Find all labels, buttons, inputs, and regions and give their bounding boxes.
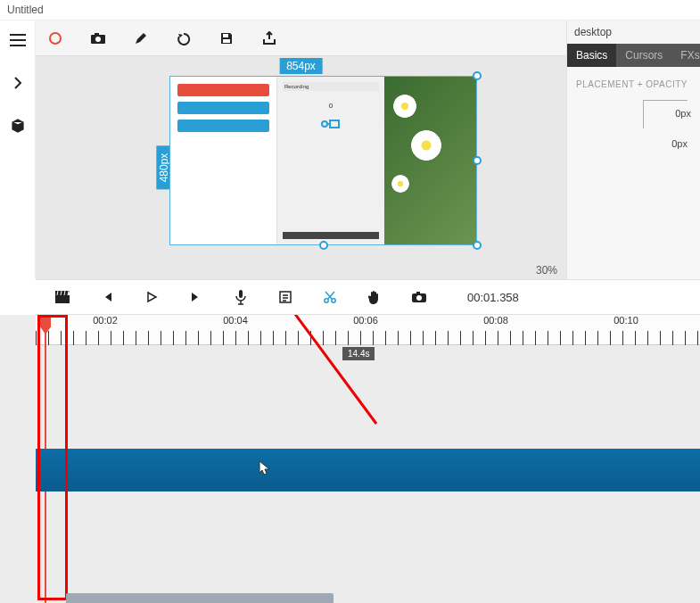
snapshot-icon[interactable] (407, 285, 432, 310)
resize-handle-bm[interactable] (319, 241, 328, 250)
svg-rect-9 (239, 290, 243, 298)
ruler-label: 00:06 (353, 315, 378, 326)
ruler-label: 00:10 (614, 315, 638, 326)
left-sidebar (0, 21, 36, 279)
camera-icon[interactable] (86, 26, 111, 51)
ruler-label: 00:04 (223, 315, 248, 326)
section-placement-label: PLACEMENT + OPACITY (567, 67, 700, 95)
record-icon[interactable] (43, 26, 68, 51)
preview-video-thumb (384, 77, 476, 244)
play-icon[interactable] (139, 285, 164, 310)
canvas-column: 854px 480px Recording 0 (36, 21, 566, 279)
tab-fxs[interactable]: FXs (671, 44, 700, 67)
resize-handle-tr[interactable] (473, 71, 482, 80)
placement-y: 0px (671, 138, 688, 149)
profile-selector[interactable]: desktop (567, 21, 700, 44)
timeline-ruler[interactable]: 00:02 00:04 00:06 00:08 00:10 (36, 315, 700, 345)
svg-point-2 (95, 37, 101, 42)
props-tabs: Basics Cursors FXs (567, 44, 700, 67)
cut-icon[interactable] (317, 285, 342, 310)
expand-icon[interactable] (5, 70, 30, 95)
microphone-icon[interactable] (228, 285, 253, 310)
save-icon[interactable] (214, 26, 239, 51)
window-title: Untitled (7, 4, 44, 16)
notes-icon[interactable] (273, 285, 298, 310)
svg-rect-3 (95, 33, 99, 36)
preview-dialog-right: Recording 0 (277, 77, 384, 244)
placement-control[interactable]: 0px 0px (580, 100, 688, 149)
canvas-area[interactable]: 854px 480px Recording 0 (36, 56, 566, 279)
resize-handle-br[interactable] (473, 241, 482, 250)
zoom-label[interactable]: 30% (527, 261, 566, 279)
top-toolbar (36, 21, 566, 56)
upper-area: 854px 480px Recording 0 (0, 21, 700, 279)
playback-bar: 00:01.358 (36, 279, 700, 315)
rec-bottom-bar (283, 232, 379, 239)
next-frame-icon[interactable] (184, 285, 209, 310)
timecode: 00:01.358 (467, 291, 519, 304)
resize-handle-mr[interactable] (473, 156, 482, 165)
mini-blue-button-1 (177, 102, 269, 114)
svg-rect-4 (223, 34, 228, 37)
cube-icon[interactable] (5, 113, 30, 138)
rec-crop-icon (321, 117, 341, 131)
width-badge: 854px (279, 58, 323, 74)
ruler-label: 00:02 (93, 315, 118, 326)
rec-header: Recording (283, 82, 379, 91)
svg-point-0 (50, 33, 61, 44)
pencil-icon[interactable] (128, 26, 153, 51)
prev-frame-icon[interactable] (95, 285, 119, 310)
right-panel: desktop Basics Cursors FXs PLACEMENT + O… (566, 21, 700, 279)
svg-rect-5 (223, 39, 230, 43)
timeline[interactable]: 00:02 00:04 00:06 00:08 00:10 14.4s (0, 315, 700, 603)
svg-rect-8 (55, 295, 70, 303)
mini-red-button (177, 84, 269, 96)
svg-rect-15 (416, 292, 420, 294)
mini-blue-button-2 (177, 120, 269, 132)
export-icon[interactable] (257, 26, 282, 51)
clapper-icon[interactable] (50, 285, 75, 310)
hand-icon[interactable] (362, 285, 387, 310)
placement-x: 0px (675, 108, 691, 119)
tab-basics[interactable]: Basics (567, 44, 616, 67)
rec-time: 0 (329, 102, 333, 110)
duration-badge: 14.4s (342, 347, 375, 360)
ruler-label: 00:08 (483, 315, 508, 326)
preview-dialog-left (170, 77, 277, 244)
undo-icon[interactable] (171, 26, 196, 51)
preview-frame[interactable]: Recording 0 (169, 76, 477, 245)
svg-point-6 (322, 121, 327, 127)
svg-point-14 (416, 295, 422, 301)
timeline-scrollbar-thumb[interactable] (66, 593, 334, 603)
title-bar: Untitled (0, 0, 700, 21)
tab-cursors[interactable]: Cursors (616, 44, 671, 67)
video-track[interactable] (36, 449, 700, 491)
menu-icon[interactable] (5, 28, 30, 53)
profile-label: desktop (574, 26, 612, 38)
svg-rect-7 (330, 120, 339, 128)
